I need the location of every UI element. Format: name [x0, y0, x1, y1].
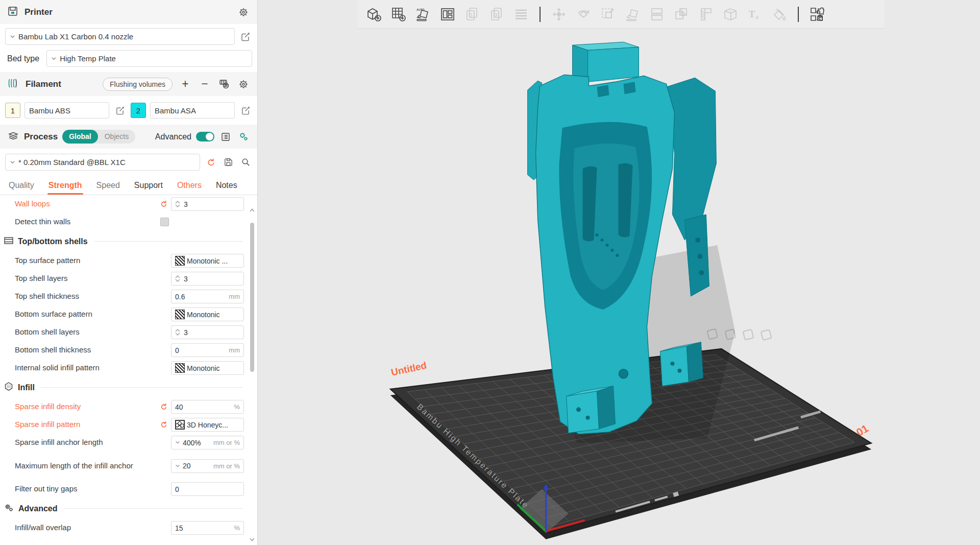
flushing-volumes-button[interactable]: Flushing volumes: [103, 78, 173, 91]
color-painting-icon[interactable]: [770, 5, 789, 23]
auto-orient-icon[interactable]: AUTO: [414, 5, 432, 23]
sparse-infill-density-value: 40: [175, 403, 183, 411]
mesh-split-icon[interactable]: [721, 5, 740, 23]
advanced-mode-label: Advanced: [155, 132, 191, 141]
copy-icon[interactable]: 0: [463, 5, 481, 23]
split-to-parts-icon[interactable]: [697, 5, 715, 23]
top-shell-layers-value: 3: [184, 275, 188, 283]
add-object-icon[interactable]: [365, 5, 383, 23]
scale-icon[interactable]: [599, 5, 617, 23]
filament-1-color-swatch[interactable]: 1: [5, 103, 20, 118]
edit-filament-2-icon[interactable]: [239, 104, 252, 117]
top-shell-thickness-unit: mm: [229, 293, 240, 300]
ams-sync-icon[interactable]: [217, 78, 231, 91]
top-shell-thickness-input[interactable]: 0.6 mm: [171, 290, 244, 303]
cut-icon[interactable]: [648, 5, 666, 23]
setting-row-detect-thin-walls: Detect thin walls: [0, 213, 246, 231]
model-3d[interactable]: [528, 42, 717, 434]
tab-notes[interactable]: Notes: [216, 181, 237, 195]
internal-solid-infill-pattern-select[interactable]: Monotonic: [171, 361, 244, 375]
filament-2-select[interactable]: Bambu ASA: [150, 102, 235, 119]
hatch-pattern-icon: [175, 310, 185, 319]
object-list-icon[interactable]: [512, 5, 530, 23]
max-infill-anchor-select[interactable]: 20 mm or %: [171, 459, 244, 473]
lay-on-face-icon[interactable]: [623, 5, 642, 23]
sparse-infill-pattern-select[interactable]: 3D Honeyc...: [171, 418, 244, 432]
scope-objects-button[interactable]: Objects: [98, 130, 135, 144]
sparse-infill-anchor-length-select[interactable]: 400% mm or %: [171, 436, 244, 449]
remove-filament-button[interactable]: −: [198, 78, 211, 91]
stepper-arrows-icon[interactable]: [175, 275, 180, 282]
infill-wall-overlap-unit: %: [234, 524, 240, 532]
bottom-shell-thickness-input[interactable]: 0 mm: [171, 343, 244, 357]
assembly-view-icon[interactable]: [808, 5, 826, 23]
printer-icon: [7, 6, 18, 19]
filament-1-select[interactable]: Bambu ABS: [24, 102, 109, 119]
filter-tiny-gaps-input[interactable]: 0: [171, 482, 244, 496]
stepper-arrows-icon[interactable]: [175, 329, 180, 336]
advanced-mode-toggle[interactable]: [196, 132, 214, 141]
filament-2-color-swatch[interactable]: 2: [131, 103, 146, 118]
process-preset-select[interactable]: * 0.20mm Standard @BBL X1C: [5, 154, 200, 171]
arrange-icon[interactable]: [438, 5, 457, 23]
rotate-icon[interactable]: [574, 5, 593, 23]
scroll-down-icon[interactable]: [249, 535, 255, 544]
project-name-label[interactable]: Untitled: [390, 360, 427, 378]
bottom-surface-pattern-label: Bottom surface pattern: [15, 310, 148, 319]
process-section-title: Process: [24, 132, 58, 142]
tab-support[interactable]: Support: [134, 181, 163, 195]
reset-sparse-infill-pattern-icon[interactable]: [160, 420, 168, 429]
scroll-up-icon[interactable]: [249, 205, 255, 215]
printer-settings-gear-icon[interactable]: [237, 6, 250, 19]
bottom-shell-layers-value: 3: [184, 328, 188, 337]
sparse-infill-density-unit: %: [234, 403, 240, 411]
sparse-infill-pattern-value: 3D Honeyc...: [187, 421, 228, 429]
bed-type-label: Bed type: [7, 54, 39, 63]
tab-strength[interactable]: Strength: [48, 181, 82, 195]
filament-2-name: Bambu ASA: [155, 106, 196, 115]
printer-preset-select[interactable]: Bambu Lab X1 Carbon 0.4 nozzle: [5, 28, 235, 45]
scene-canvas[interactable]: Bambu High Temperature Plate Untitled 01: [258, 0, 980, 545]
add-filament-button[interactable]: +: [179, 78, 192, 91]
bottom-surface-pattern-select[interactable]: Monotonic: [171, 307, 244, 321]
top-shell-layers-stepper[interactable]: 3: [171, 272, 244, 286]
filament-settings-gear-icon[interactable]: [237, 78, 250, 91]
infill-wall-overlap-input[interactable]: 15 %: [171, 521, 244, 535]
save-preset-icon[interactable]: [222, 156, 235, 169]
toolbar-separator: [798, 7, 799, 22]
max-infill-anchor-value: 20: [183, 462, 191, 470]
bed-type-select[interactable]: High Temp Plate: [46, 50, 252, 67]
add-plate-icon[interactable]: [389, 5, 408, 23]
max-infill-anchor-unit: mm or %: [213, 462, 240, 470]
wall-loops-value: 3: [184, 200, 188, 208]
tab-speed[interactable]: Speed: [96, 181, 120, 195]
edit-printer-preset-icon[interactable]: [239, 30, 252, 43]
reset-sparse-infill-density-icon[interactable]: [160, 402, 168, 411]
process-layers-icon: [7, 130, 19, 144]
bottom-shell-layers-label: Bottom shell layers: [15, 327, 148, 337]
text-shape-icon[interactable]: T a: [746, 5, 764, 23]
wall-loops-stepper[interactable]: 3: [171, 197, 244, 211]
compare-presets-gears-icon[interactable]: [237, 130, 250, 144]
settings-list-icon[interactable]: [219, 130, 232, 144]
split-to-objects-icon[interactable]: [672, 5, 691, 23]
3d-viewport[interactable]: Bambu High Temperature Plate Untitled 01: [258, 0, 980, 545]
move-icon[interactable]: [550, 5, 568, 23]
max-infill-anchor-label: Maximum length of the infill anchor: [15, 461, 148, 471]
stepper-arrows-icon[interactable]: [175, 201, 180, 207]
reset-wall-loops-icon[interactable]: [160, 200, 168, 208]
tab-others[interactable]: Others: [177, 181, 202, 195]
scrollbar-thumb[interactable]: [250, 223, 254, 372]
reset-preset-icon[interactable]: [204, 156, 217, 169]
bottom-shell-layers-stepper[interactable]: 3: [171, 325, 244, 339]
paste-icon[interactable]: P: [487, 5, 506, 23]
settings-scrollbar[interactable]: [249, 204, 256, 545]
tab-quality[interactable]: Quality: [9, 181, 34, 195]
edit-filament-1-icon[interactable]: [113, 104, 127, 117]
scope-global-button[interactable]: Global: [62, 130, 98, 144]
internal-solid-infill-pattern-label: Internal solid infill pattern: [15, 363, 148, 373]
detect-thin-walls-checkbox[interactable]: [160, 218, 169, 226]
search-settings-icon[interactable]: [239, 156, 252, 169]
top-surface-pattern-select[interactable]: Monotonic ...: [171, 254, 244, 268]
sparse-infill-density-input[interactable]: 40 %: [171, 400, 244, 414]
